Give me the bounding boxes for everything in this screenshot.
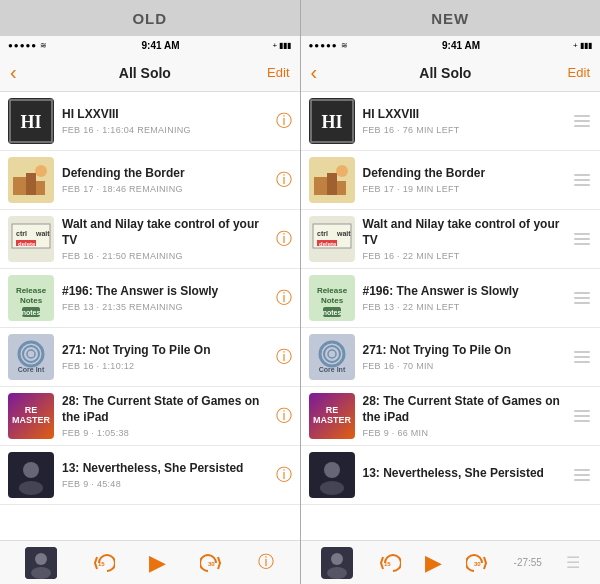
nav-title-new: All Solo [323,65,567,81]
episode-item-new-2[interactable]: ctrlwaitdelete Walt and Nilay take contr… [301,210,601,269]
back-button-new[interactable]: ‹ [311,61,318,84]
svg-point-7 [35,165,47,177]
skip-fwd-button-old[interactable]: 30 [200,551,224,575]
hamburger-line-3 [574,302,590,304]
svg-text:Core Int: Core Int [318,366,345,373]
hamburger-line-3 [574,479,590,481]
svg-text:Notes: Notes [320,296,343,305]
episode-title-new-4: 271: Not Trying To Pile On [363,343,567,359]
episode-meta-new-0: FEB 16 · 76 MIN LEFT [363,125,567,135]
svg-text:notes: notes [322,309,341,316]
episode-info-old-4: 271: Not Trying To Pile On FEB 16 · 1:10… [62,343,270,371]
episode-item-old-4[interactable]: Core Int 271: Not Trying To Pile On FEB … [0,328,300,387]
hamburger-icon-new-6[interactable] [572,467,592,483]
new-panel: ●●●●● ≋ 9:41 AM + ▮▮▮ ‹ All Solo Edit HI… [301,36,601,584]
svg-text:ctrl: ctrl [16,230,27,237]
hamburger-line-2 [574,179,590,181]
episode-item-new-0[interactable]: HI HI LXXVIII FEB 16 · 76 MIN LEFT [301,92,601,151]
svg-text:wait: wait [336,230,351,237]
hamburger-line-2 [574,415,590,417]
episode-thumb-old-5: REMASTER [8,393,54,439]
episode-item-old-3[interactable]: ReleaseNotesnotes #196: The Answer is Sl… [0,269,300,328]
hamburger-icon-new-0[interactable] [572,113,592,129]
episode-item-old-2[interactable]: ctrlwaitdelete Walt and Nilay take contr… [0,210,300,269]
back-button-old[interactable]: ‹ [10,61,17,84]
info-icon-old-4[interactable]: ⓘ [276,347,292,368]
episode-meta-old-0: FEB 16 · 1:16:04 REMAINING [62,125,270,135]
episode-item-old-5[interactable]: REMASTER 28: The Current State of Games … [0,387,300,446]
svg-text:Core Int: Core Int [18,366,45,373]
episode-thumb-old-1 [8,157,54,203]
svg-point-64 [320,481,344,495]
skip-back-button-old[interactable]: 15 [91,551,115,575]
new-label: NEW [301,10,601,27]
hamburger-icon-new-2[interactable] [572,231,592,247]
episode-title-new-5: 28: The Current State of Games on the iP… [363,394,567,425]
episode-item-old-6[interactable]: 13: Nevertheless, She Persisted FEB 9 · … [0,446,300,505]
svg-text:15: 15 [384,561,391,567]
hamburger-icon-new-1[interactable] [572,172,592,188]
episode-item-new-4[interactable]: Core Int 271: Not Trying To Pile On FEB … [301,328,601,387]
svg-rect-40 [336,181,346,195]
episode-title-new-1: Defending the Border [363,166,567,182]
player-bar-old: 15 ▶ 30 ⓘ [0,540,300,584]
episode-meta-new-1: FEB 17 · 19 MIN LEFT [363,184,567,194]
skip-fwd-button-new[interactable]: 30 [466,551,490,575]
svg-text:15: 15 [98,561,105,567]
edit-button-new[interactable]: Edit [568,65,590,80]
episode-item-old-1[interactable]: Defending the Border FEB 17 · 18:46 REMA… [0,151,300,210]
info-icon-old-5[interactable]: ⓘ [276,406,292,427]
episode-title-new-3: #196: The Answer is Slowly [363,284,567,300]
info-icon-old-6[interactable]: ⓘ [276,465,292,486]
hamburger-icon-new-3[interactable] [572,290,592,306]
episode-item-new-3[interactable]: ReleaseNotesnotes #196: The Answer is Sl… [301,269,601,328]
info-button-old[interactable]: ⓘ [258,552,274,573]
play-button-new[interactable]: ▶ [425,550,442,576]
episode-info-new-6: 13: Nevertheless, She Persisted [363,466,567,484]
episode-thumb-old-4: Core Int [8,334,54,380]
episode-meta-old-4: FEB 16 · 1:10:12 [62,361,270,371]
episode-item-new-1[interactable]: Defending the Border FEB 17 · 19 MIN LEF… [301,151,601,210]
episode-item-new-5[interactable]: REMASTER 28: The Current State of Games … [301,387,601,446]
hamburger-line-2 [574,297,590,299]
hamburger-line-3 [574,361,590,363]
info-icon-old-0[interactable]: ⓘ [276,111,292,132]
hamburger-icon-new-4[interactable] [572,349,592,365]
status-bar-new: ●●●●● ≋ 9:41 AM + ▮▮▮ [301,36,601,54]
svg-point-67 [327,567,347,579]
player-menu-new[interactable]: ☰ [566,553,580,572]
info-icon-old-3[interactable]: ⓘ [276,288,292,309]
time-old: 9:41 AM [142,40,180,51]
episode-title-old-5: 28: The Current State of Games on the iP… [62,394,270,425]
info-icon-old-2[interactable]: ⓘ [276,229,292,250]
episode-meta-new-2: FEB 16 · 22 MIN LEFT [363,251,567,261]
hamburger-line-2 [574,474,590,476]
svg-text:ctrl: ctrl [317,230,328,237]
svg-text:Release: Release [16,286,47,295]
svg-text:wait: wait [35,230,50,237]
episode-item-new-6[interactable]: 13: Nevertheless, She Persisted [301,446,601,505]
episode-item-old-0[interactable]: HI HI LXXVIII FEB 16 · 1:16:04 REMAINING… [0,92,300,151]
episode-title-old-6: 13: Nevertheless, She Persisted [62,461,270,477]
nav-title-old: All Solo [23,65,267,81]
episode-meta-new-3: FEB 13 · 22 MIN LEFT [363,302,567,312]
hamburger-line-2 [574,238,590,240]
hamburger-line-1 [574,115,590,117]
svg-rect-6 [26,173,36,195]
episode-meta-old-5: FEB 9 · 1:05:38 [62,428,270,438]
nav-bar-new: ‹ All Solo Edit [301,54,601,92]
svg-text:HI: HI [20,112,41,132]
hamburger-line-1 [574,174,590,176]
episode-title-old-1: Defending the Border [62,166,270,182]
play-button-old[interactable]: ▶ [149,550,166,576]
hamburger-line-3 [574,184,590,186]
time-new: 9:41 AM [442,40,480,51]
skip-back-button-new[interactable]: 15 [377,551,401,575]
episode-info-new-5: 28: The Current State of Games on the iP… [363,394,567,437]
edit-button-old[interactable]: Edit [267,65,289,80]
info-icon-old-1[interactable]: ⓘ [276,170,292,191]
svg-rect-5 [35,181,45,195]
svg-point-29 [19,481,43,495]
svg-text:MASTER: MASTER [12,415,51,425]
hamburger-icon-new-5[interactable] [572,408,592,424]
